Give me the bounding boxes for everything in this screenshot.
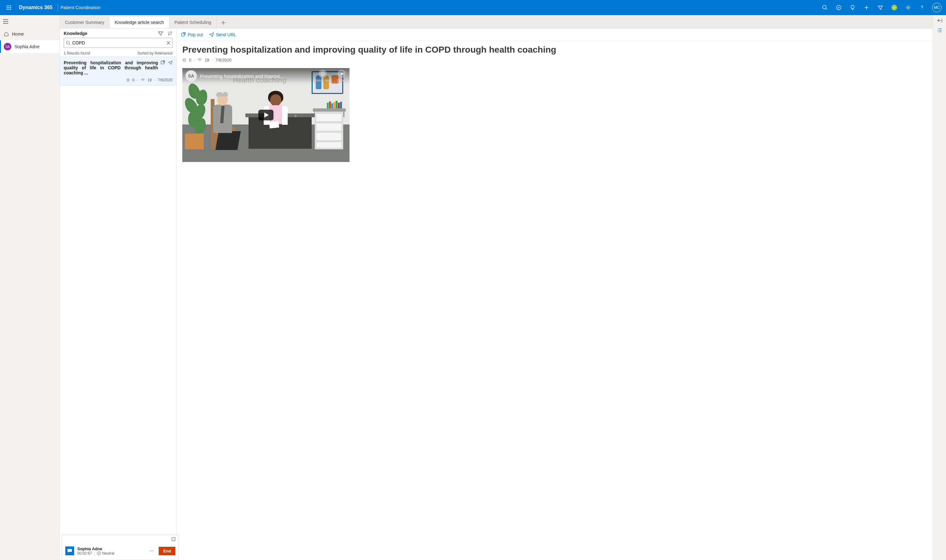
popout-label: Pop out: [188, 32, 203, 37]
article-title: Preventing hospitalization and improving…: [182, 44, 927, 55]
article-panel: Pop out Send URL Preventing hospitalizat…: [177, 28, 933, 560]
svg-rect-4: [9, 7, 9, 8]
app-launcher-icon[interactable]: [1, 0, 16, 15]
sidebar-item-home[interactable]: Home: [0, 28, 60, 40]
chat-session-card: Sophia Adne 00:02:57 | Neutral ··· End: [62, 535, 179, 560]
user-avatar[interactable]: MC: [932, 3, 941, 12]
gear-icon[interactable]: [901, 0, 915, 15]
article-sendurl-button[interactable]: Send URL: [209, 32, 236, 37]
filter-icon[interactable]: [873, 0, 887, 15]
svg-point-9: [823, 5, 826, 9]
app-name: Patient Coordination: [60, 5, 100, 10]
presence-status-icon[interactable]: [887, 0, 901, 15]
result-date: 7/6/2020: [158, 78, 173, 82]
knowledge-search-box[interactable]: [64, 38, 173, 48]
svg-point-30: [97, 551, 100, 555]
star-icon: [126, 78, 130, 82]
chat-end-button[interactable]: End: [159, 547, 175, 555]
svg-point-15: [907, 7, 909, 9]
left-sidebar: Home SA Sophia Adne: [0, 15, 60, 560]
knowledge-filter-icon[interactable]: [158, 31, 163, 36]
product-title: Dynamics 365: [16, 5, 55, 11]
svg-rect-8: [10, 9, 11, 10]
plus-icon[interactable]: [860, 0, 873, 15]
result-rating: 0: [133, 78, 135, 82]
search-icon[interactable]: [818, 0, 832, 15]
sendurl-label: Send URL: [216, 32, 236, 37]
svg-rect-34: [182, 34, 185, 36]
article-views: 19: [205, 58, 209, 62]
article-video[interactable]: Health coaching SA Preventing hospitaliz…: [182, 68, 349, 162]
article-rating: 0: [189, 58, 191, 62]
svg-point-35: [199, 60, 200, 60]
svg-point-22: [66, 41, 69, 44]
svg-line-10: [826, 9, 827, 10]
chat-more-icon[interactable]: ···: [148, 548, 156, 554]
tab-strip: Customer Summary Knowledge article searc…: [60, 15, 946, 28]
svg-point-31: [98, 552, 99, 553]
top-nav-bar: Dynamics 365 Patient Coordination MC: [0, 0, 946, 15]
task-check-icon[interactable]: [832, 0, 846, 15]
eye-icon: [198, 58, 202, 62]
sentiment-neutral-icon: [97, 551, 101, 555]
video-channel-avatar: SA: [185, 70, 197, 82]
result-popout-icon[interactable]: [160, 60, 165, 65]
svg-point-32: [99, 552, 100, 553]
result-title: Preventing hospitalization and improving…: [64, 60, 158, 75]
sidebar-home-label: Home: [12, 32, 24, 37]
svg-rect-2: [10, 5, 11, 6]
sorted-by-text: Sorted by Relevance: [137, 51, 173, 55]
knowledge-heading: Knowledge: [64, 31, 87, 36]
search-icon: [66, 41, 70, 45]
results-count-text: 1 Results found: [64, 51, 90, 55]
svg-rect-6: [7, 9, 8, 10]
star-icon: [182, 58, 187, 62]
svg-rect-5: [10, 7, 11, 8]
svg-point-27: [142, 80, 143, 81]
svg-rect-28: [172, 538, 175, 541]
right-panel-strip: [933, 15, 946, 560]
svg-rect-29: [68, 549, 72, 552]
chat-customer-name: Sophia Adne: [77, 546, 145, 551]
knowledge-search-input[interactable]: [72, 40, 165, 45]
knowledge-panel: Knowledge 1 Results found Sorted by: [60, 28, 177, 560]
knowledge-result-item[interactable]: Preventing hospitalization and improving…: [60, 57, 176, 86]
svg-line-23: [69, 44, 70, 45]
chat-maximize-icon[interactable]: [171, 537, 175, 541]
chat-timer: 00:02:57: [77, 551, 92, 555]
svg-rect-26: [161, 61, 164, 64]
tab-patient-scheduling[interactable]: Patient Scheduling: [170, 17, 217, 28]
home-icon: [4, 32, 9, 37]
result-views: 19: [148, 78, 152, 82]
help-icon[interactable]: [915, 0, 929, 15]
topbar-divider: [58, 4, 58, 11]
session-avatar: SA: [4, 43, 11, 51]
productivity-panel-icon[interactable]: [937, 28, 942, 33]
tab-customer-summary[interactable]: Customer Summary: [60, 17, 110, 28]
svg-rect-3: [7, 7, 8, 8]
video-watch-later-button[interactable]: Watch later: [314, 70, 331, 82]
svg-rect-1: [9, 5, 9, 6]
knowledge-sort-icon[interactable]: [168, 31, 173, 36]
video-play-button[interactable]: [258, 110, 273, 120]
article-popout-button[interactable]: Pop out: [181, 32, 203, 37]
clear-search-icon[interactable]: [167, 41, 170, 45]
svg-rect-7: [9, 9, 9, 10]
lightbulb-icon[interactable]: [846, 0, 860, 15]
tab-knowledge-search[interactable]: Knowledge article search: [110, 17, 169, 28]
video-title: Preventing hospitalization and improvi..…: [200, 74, 284, 79]
hamburger-icon[interactable]: [0, 15, 60, 28]
sidebar-session-label: Sophia Adne: [14, 44, 39, 49]
eye-icon: [141, 78, 145, 82]
chat-sentiment: Neutral: [102, 551, 114, 555]
video-share-button[interactable]: Share: [337, 70, 346, 82]
collapse-panel-icon[interactable]: [937, 18, 943, 23]
chat-channel-icon: [65, 546, 74, 555]
sidebar-item-session[interactable]: SA Sophia Adne: [0, 40, 60, 53]
svg-point-16: [922, 9, 922, 9]
add-tab-button[interactable]: [217, 17, 230, 28]
result-send-icon[interactable]: [168, 60, 173, 65]
article-date: 7/6/2020: [215, 58, 231, 62]
svg-point-11: [836, 5, 841, 10]
svg-rect-0: [7, 5, 8, 6]
